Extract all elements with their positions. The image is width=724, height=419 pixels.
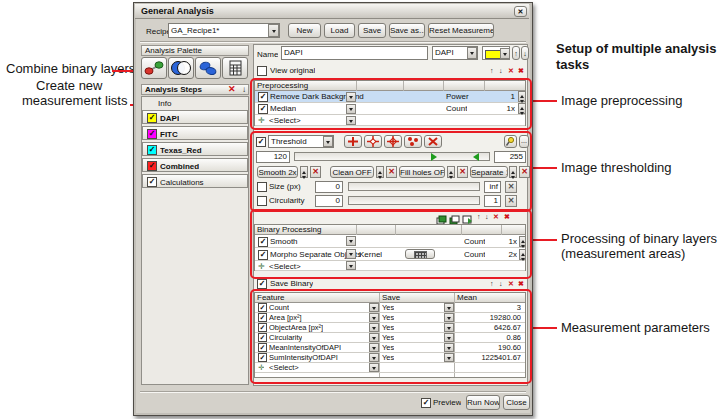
pin-icon[interactable] (504, 135, 517, 148)
ft-row2-dd1-icon[interactable] (369, 313, 379, 322)
separate-reset-icon[interactable]: ✕ (519, 166, 530, 178)
bp-row2-dropdown-icon[interactable] (346, 249, 356, 259)
pp-row2-checkbox[interactable]: ✓ (258, 104, 268, 114)
load-button[interactable]: Load (324, 23, 355, 38)
feature-row-sumintensity[interactable]: ✓ SumIntensityOfDAPI Yes 1225401.67 (255, 353, 525, 363)
ft-row2-checkbox[interactable]: ✓ (258, 313, 267, 322)
ft-row5-dd1-icon[interactable] (369, 343, 379, 352)
clean-reset-icon[interactable]: ✕ (386, 166, 397, 178)
ft-row4-save[interactable]: Yes (382, 333, 394, 343)
bp-row1-dropdown-icon[interactable] (346, 236, 356, 246)
feature-row-circularity[interactable]: ✓ Circularity Yes 0.86 (255, 333, 525, 343)
separate-spinner[interactable] (509, 166, 517, 178)
pp-row1-checkbox[interactable]: ✓ (258, 92, 268, 102)
binary-objects-button[interactable] (195, 57, 221, 79)
step-item-dapi[interactable]: ✓ DAPI (142, 110, 248, 124)
move-up-icon[interactable]: ↑ (512, 46, 520, 60)
step-checkbox-fitc[interactable]: ✓ (147, 129, 157, 139)
ft-row6-dd1-icon[interactable] (369, 353, 379, 362)
sb-delete-icon[interactable]: ✕ (508, 279, 514, 288)
size-reset-icon[interactable]: ✕ (505, 181, 517, 193)
ft-add-label[interactable]: <Select> (269, 363, 299, 373)
color-dropdown-icon[interactable] (500, 48, 510, 59)
join-layers-button[interactable] (141, 57, 167, 79)
feature-row-count[interactable]: ✓ Count Yes 3 (255, 303, 525, 313)
ft-row6-dd2-icon[interactable] (444, 353, 454, 362)
feature-row-area[interactable]: ✓ Area [px²] Yes 19280.00 (255, 313, 525, 323)
size-min-field[interactable]: 0 (315, 181, 343, 193)
step-checkbox-calculations[interactable]: ✓ (147, 177, 157, 187)
binary-row-morpho-separate[interactable]: ✓ Morpho Separate Objects Kernel Count 2… (255, 248, 525, 261)
clean-button[interactable]: Clean OFF (330, 166, 374, 178)
binary-move-down-icon[interactable]: ↓ (485, 212, 489, 221)
binary-add-row[interactable]: ✛ <Select> (255, 261, 525, 271)
task-delete-icon[interactable]: ✕ (508, 66, 514, 75)
sb-move-up-icon[interactable]: ↑ (490, 279, 494, 288)
pp-row2-dropdown-icon[interactable] (346, 104, 356, 114)
save-as-button[interactable]: Save as... (389, 23, 425, 38)
ft-row6-save[interactable]: Yes (382, 353, 394, 363)
pp-row2-value[interactable]: 1x (455, 103, 515, 114)
binary-delete-icon[interactable]: ✕ (493, 212, 499, 221)
ft-row1-dd1-icon[interactable] (369, 303, 379, 312)
move-step-down-icon[interactable]: ↓ (242, 84, 246, 95)
task-delete-all-icon[interactable]: ✖ (518, 66, 524, 75)
binary-row-smooth[interactable]: ✓ Smooth Count 1x (255, 235, 525, 248)
ft-row2-save[interactable]: Yes (382, 313, 394, 323)
separate-button[interactable]: Separate 1x (470, 166, 508, 178)
ft-row1-checkbox[interactable]: ✓ (258, 303, 267, 312)
ft-row3-checkbox[interactable]: ✓ (258, 323, 267, 332)
bp-add-label[interactable]: <Select> (269, 261, 301, 272)
delete-step-icon[interactable]: ✕ (228, 84, 236, 95)
pp-add-dropdown-icon[interactable] (346, 116, 356, 125)
circularity-slider[interactable] (348, 196, 480, 205)
step-item-fitc[interactable]: ✓ FITC (142, 126, 248, 140)
color-combobox[interactable] (482, 46, 510, 60)
smooth-spinner[interactable] (300, 166, 308, 178)
ft-row5-save[interactable]: Yes (382, 343, 394, 353)
fill-holes-button[interactable]: Fill holes OFF (399, 166, 445, 178)
ft-row5-checkbox[interactable]: ✓ (258, 343, 267, 352)
feature-add-row[interactable]: ✛ <Select> (255, 363, 525, 373)
threshold-range-slider[interactable] (294, 152, 490, 161)
ft-row3-save[interactable]: Yes (382, 323, 394, 333)
title-bar[interactable]: General Analysis (135, 4, 529, 19)
threshold-low-field[interactable]: 120 (256, 151, 290, 163)
pick-area-icon[interactable] (384, 135, 402, 148)
pp-add-label[interactable]: <Select> (269, 115, 301, 126)
ft-row1-save[interactable]: Yes (382, 303, 394, 313)
close-button[interactable]: Close (503, 395, 530, 410)
ft-row6-checkbox[interactable]: ✓ (258, 353, 267, 362)
circularity-reset-icon[interactable]: ✕ (505, 195, 517, 207)
ft-row3-dd2-icon[interactable] (444, 323, 454, 332)
move-down-icon[interactable]: ↓ (521, 46, 529, 60)
bp-row2-spinner[interactable] (519, 249, 526, 260)
circularity-min-field[interactable]: 0 (315, 195, 343, 207)
close-icon[interactable]: ✕ (514, 6, 527, 17)
threshold-low-handle[interactable] (431, 153, 437, 161)
kernel-button[interactable] (405, 249, 435, 259)
bp-row1-value[interactable]: 1x (501, 236, 517, 247)
threshold-high-field[interactable]: 255 (494, 151, 526, 163)
ft-row5-dd2-icon[interactable] (444, 343, 454, 352)
bp-row2-value[interactable]: 2x (501, 249, 517, 260)
threshold-more-button[interactable]: ... (519, 135, 529, 148)
ft-row1-dd2-icon[interactable] (444, 303, 454, 312)
ft-add-dropdown-icon[interactable] (369, 363, 379, 372)
preprocessing-add-row[interactable]: ✛ <Select> (255, 115, 525, 126)
smooth-reset-icon[interactable]: ✕ (310, 166, 321, 178)
threshold-checkbox[interactable]: ✓ (256, 137, 266, 147)
size-slider[interactable] (348, 182, 480, 191)
binary-move-up-icon[interactable]: ↑ (477, 212, 481, 221)
preview-checkbox[interactable]: ✓ (421, 398, 431, 408)
view-original-checkbox[interactable] (257, 66, 267, 76)
clean-spinner[interactable] (376, 166, 384, 178)
step-checkbox-dapi[interactable]: ✓ (147, 113, 157, 123)
ft-row4-dd2-icon[interactable] (444, 333, 454, 342)
name-input[interactable]: DAPI (281, 46, 428, 60)
size-checkbox[interactable] (257, 182, 267, 192)
pick-point-small-icon[interactable] (364, 135, 382, 148)
binary-layer2-icon[interactable] (449, 211, 460, 221)
size-max-field[interactable]: inf (484, 181, 501, 193)
binary-layer-icon[interactable] (436, 211, 447, 221)
